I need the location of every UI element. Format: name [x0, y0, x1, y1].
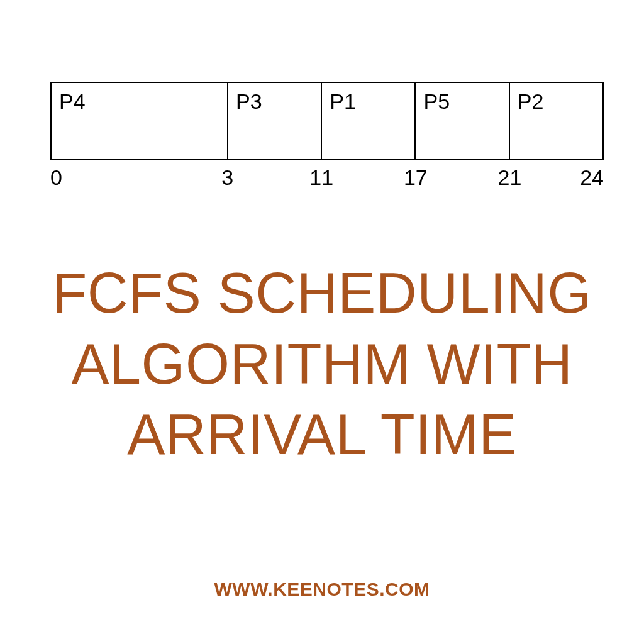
gantt-tick: 3: [221, 165, 233, 190]
title-line-3: ARRIVAL TIME: [25, 399, 619, 470]
gantt-cell-p1: P1: [322, 83, 416, 159]
gantt-cell-p4: P4: [52, 83, 228, 159]
title-line-2: ALGORITHM WITH: [25, 329, 619, 400]
gantt-chart: P4P3P1P5P2 0311172124: [50, 82, 604, 191]
gantt-tick: 21: [497, 165, 521, 190]
footer-url: WWW.KEENOTES.COM: [0, 579, 644, 600]
gantt-cell-p3: P3: [228, 83, 322, 159]
page-title: FCFS SCHEDULING ALGORITHM WITH ARRIVAL T…: [0, 258, 644, 470]
gantt-tick: 0: [50, 165, 62, 190]
gantt-cell-p2: P2: [510, 83, 604, 159]
title-line-1: FCFS SCHEDULING: [25, 258, 619, 329]
gantt-tick: 17: [404, 165, 428, 190]
gantt-cell-p5: P5: [416, 83, 509, 159]
gantt-tick: 11: [309, 165, 333, 190]
gantt-tick: 24: [580, 165, 604, 190]
